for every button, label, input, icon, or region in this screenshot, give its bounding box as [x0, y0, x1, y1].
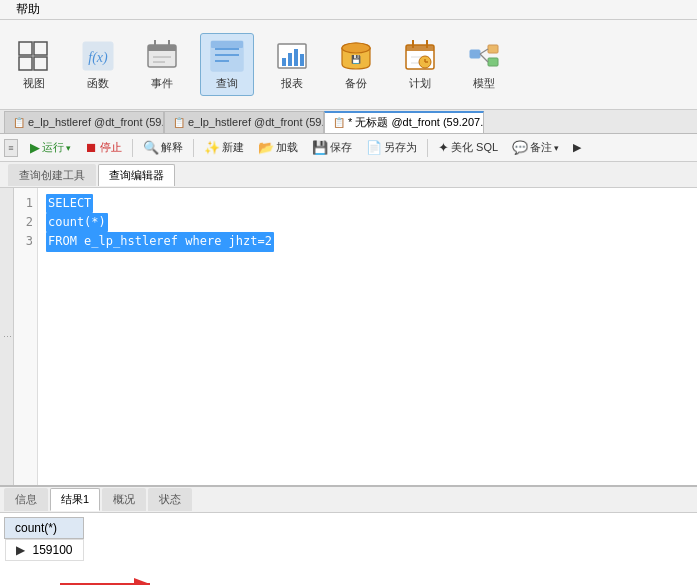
saveas-icon: 📄 — [366, 140, 382, 155]
toolbar-model[interactable]: 模型 — [458, 34, 510, 95]
svg-rect-2 — [19, 57, 32, 70]
line-num-1: 1 — [18, 194, 33, 213]
doc-tab-2[interactable]: 📋 * 无标题 @dt_front (59.207... — [324, 111, 484, 133]
more-btn[interactable]: ▶ — [567, 139, 587, 156]
svg-rect-26 — [406, 45, 434, 51]
result-tab-result1[interactable]: 结果1 — [50, 488, 100, 511]
svg-rect-21 — [300, 54, 304, 66]
svg-rect-3 — [34, 57, 47, 70]
main-toolbar: 视图 f(x) 函数 事件 — [0, 20, 697, 110]
collapse-panel-btn[interactable]: ≡ — [4, 139, 18, 157]
schedule-label: 计划 — [409, 76, 431, 91]
line-num-2: 2 — [18, 213, 33, 232]
result-tab-overview[interactable]: 概况 — [102, 488, 146, 511]
saveas-btn[interactable]: 📄 另存为 — [360, 138, 423, 157]
table-cell-count: ▶ 159100 — [5, 539, 84, 561]
result-area: 信息 结果1 概况 状态 count(*) — [0, 485, 697, 585]
editor-section: 查询创建工具 查询编辑器 ⋮ 1 2 3 SELECT — [0, 162, 697, 485]
svg-rect-1 — [34, 42, 47, 55]
stop-icon: ⏹ — [85, 140, 98, 155]
svg-rect-16 — [211, 41, 243, 48]
report-label: 报表 — [281, 76, 303, 91]
toolbar-function[interactable]: f(x) 函数 — [72, 34, 124, 95]
toolbar-view[interactable]: 视图 — [8, 34, 60, 95]
tab-query-builder[interactable]: 查询创建工具 — [8, 164, 96, 186]
svg-rect-35 — [488, 45, 498, 53]
count-value: 159100 — [33, 543, 73, 557]
schedule-icon — [402, 38, 438, 74]
result-table: count(*) ▶ 159100 — [4, 517, 84, 561]
arrow-annotation — [60, 574, 160, 585]
run-dropdown-icon: ▾ — [66, 143, 71, 153]
load-label: 加载 — [276, 140, 298, 155]
toolbar-schedule[interactable]: 计划 — [394, 34, 446, 95]
menu-item-help[interactable]: 帮助 — [8, 1, 48, 18]
divider-2 — [193, 139, 194, 157]
explain-btn[interactable]: 🔍 解释 — [137, 138, 189, 157]
code-text-2: count(*) — [46, 213, 108, 232]
result-tabs: 信息 结果1 概况 状态 — [0, 487, 697, 513]
toolbar-backup[interactable]: 💾 备份 — [330, 34, 382, 95]
toolbar-event[interactable]: 事件 — [136, 34, 188, 95]
svg-rect-20 — [294, 49, 298, 66]
sql-editor[interactable]: 1 2 3 SELECT count(*) FROM e_lp_hstleref… — [14, 188, 697, 485]
new-label: 新建 — [222, 140, 244, 155]
result-tab-status[interactable]: 状态 — [148, 488, 192, 511]
editor-body: ⋮ 1 2 3 SELECT count(*) FROM e_lp_hstl — [0, 188, 697, 485]
save-icon: 💾 — [312, 140, 328, 155]
handle-icon: ⋮ — [2, 332, 12, 341]
line-numbers: 1 2 3 — [14, 188, 38, 485]
tab-query-editor-label: 查询编辑器 — [109, 169, 164, 181]
stop-btn[interactable]: ⏹ 停止 — [79, 138, 128, 157]
svg-rect-36 — [488, 58, 498, 66]
new-btn[interactable]: ✨ 新建 — [198, 138, 250, 157]
view-label: 视图 — [23, 76, 45, 91]
backup-icon: 💾 — [338, 38, 374, 74]
doc-tab-icon-0: 📋 — [13, 117, 25, 128]
beautify-btn[interactable]: ✦ 美化 SQL — [432, 138, 504, 157]
save-btn[interactable]: 💾 保存 — [306, 138, 358, 157]
event-label: 事件 — [151, 76, 173, 91]
view-icon — [16, 38, 52, 74]
tab-query-builder-label: 查询创建工具 — [19, 169, 85, 181]
result-tab-overview-label: 概况 — [113, 493, 135, 505]
result-content: count(*) ▶ 159100 — [0, 513, 697, 585]
code-area[interactable]: SELECT count(*) FROM e_lp_hstleref where… — [38, 188, 697, 485]
divider-1 — [132, 139, 133, 157]
function-icon: f(x) — [80, 38, 116, 74]
toolbar-query[interactable]: 查询 — [200, 33, 254, 96]
explain-label: 解释 — [161, 140, 183, 155]
menu-bar: 帮助 — [0, 0, 697, 20]
run-btn[interactable]: ▶ 运行 ▾ — [24, 138, 77, 157]
left-handle[interactable]: ⋮ — [0, 188, 14, 485]
beautify-label: 美化 SQL — [451, 140, 498, 155]
code-line-1: SELECT — [46, 194, 689, 213]
comment-dropdown-icon: ▾ — [554, 143, 559, 153]
code-line-2: count(*) — [46, 213, 689, 232]
load-btn[interactable]: 📂 加载 — [252, 138, 304, 157]
toolbar-report[interactable]: 报表 — [266, 34, 318, 95]
event-icon — [144, 38, 180, 74]
collapse-icon: ≡ — [8, 143, 13, 153]
svg-point-23 — [342, 43, 370, 53]
function-label: 函数 — [87, 76, 109, 91]
code-line-3: FROM e_lp_hstleref where jhzt=2 — [46, 232, 689, 251]
comment-btn[interactable]: 💬 备注 ▾ — [506, 138, 565, 157]
doc-tab-0[interactable]: 📋 e_lp_hstleref @dt_front (59... — [4, 111, 164, 133]
doc-tab-1[interactable]: 📋 e_lp_hstleref @dt_front (59... — [164, 111, 324, 133]
result-tab-info[interactable]: 信息 — [4, 488, 48, 511]
doc-tab-icon-1: 📋 — [173, 117, 185, 128]
run-label: 运行 — [42, 140, 64, 155]
tab-query-editor[interactable]: 查询编辑器 — [98, 164, 175, 186]
divider-3 — [427, 139, 428, 157]
model-label: 模型 — [473, 76, 495, 91]
backup-label: 备份 — [345, 76, 367, 91]
svg-line-38 — [480, 54, 488, 62]
result-tab-status-label: 状态 — [159, 493, 181, 505]
load-icon: 📂 — [258, 140, 274, 155]
more-icon: ▶ — [573, 141, 581, 154]
code-text-3: FROM e_lp_hstleref where jhzt=2 — [46, 232, 274, 251]
comment-icon: 💬 — [512, 140, 528, 155]
row-indicator: ▶ — [16, 543, 29, 557]
svg-rect-18 — [282, 58, 286, 66]
